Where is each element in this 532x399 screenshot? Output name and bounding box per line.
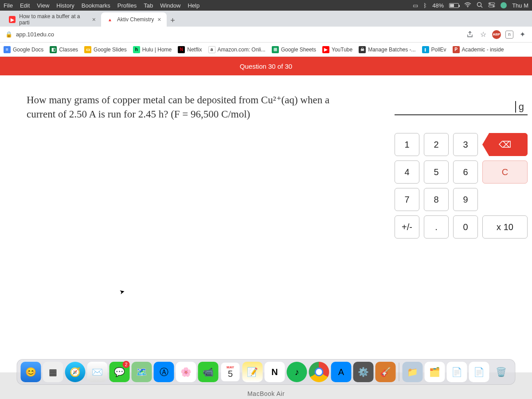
screen-mirror-icon[interactable]: ▭ <box>413 2 418 9</box>
key-6[interactable]: 6 <box>453 160 478 184</box>
youtube-favicon-icon: ▶ <box>9 16 16 23</box>
dock-notion[interactable]: N <box>265 362 285 382</box>
dock-finder[interactable]: 😊 <box>21 362 41 382</box>
bluetooth-icon[interactable]: ᛒ <box>423 2 427 9</box>
bookmark-google-slides[interactable]: ▭Google Slides <box>84 46 127 53</box>
bookmark-classes[interactable]: ◧Classes <box>50 46 78 53</box>
dock: 😊 ▦ 🧭 ✉️ 💬2 🗺️ Ⓐ 🌸 📹 MAY5 📝 N ♪ A ⚙️ 🎸 📁… <box>17 359 516 385</box>
dock-folder2[interactable]: 🗂️ <box>425 362 445 382</box>
dock-facetime[interactable]: 📹 <box>198 362 219 382</box>
question-area: How many grams of copper metal can be de… <box>0 75 395 372</box>
dock-appstore2[interactable]: A <box>331 362 352 382</box>
key-backspace[interactable]: ⌫ <box>482 133 528 156</box>
key-x10[interactable]: x 10 <box>482 215 528 239</box>
key-1[interactable]: 1 <box>395 133 419 156</box>
menu-help[interactable]: Help <box>188 2 200 9</box>
svg-line-2 <box>481 6 483 8</box>
key-3[interactable]: 3 <box>453 133 478 156</box>
bookmark-academic[interactable]: PAcademic - inside <box>453 46 504 53</box>
bookmark-google-sheets[interactable]: ⊞Google Sheets <box>272 46 316 53</box>
dock-folder1[interactable]: 📁 <box>403 362 423 382</box>
menu-view[interactable]: View <box>37 2 49 9</box>
url-text[interactable]: app.101edu.co <box>16 31 462 38</box>
key-2[interactable]: 2 <box>424 133 449 156</box>
address-bar: 🔒 app.101edu.co ☆ ABP n ✦ <box>0 27 532 43</box>
abp-icon[interactable]: ABP <box>492 30 501 39</box>
question-text: How many grams of copper metal can be de… <box>27 93 337 121</box>
menu-edit[interactable]: Edit <box>20 2 30 9</box>
question-counter: Question 30 of 30 <box>240 63 292 70</box>
menu-profiles[interactable]: Profiles <box>117 2 137 9</box>
answer-unit: g <box>519 101 524 113</box>
dock-maps[interactable]: 🗺️ <box>132 362 152 382</box>
close-icon[interactable]: × <box>157 16 161 23</box>
bookmark-pollev[interactable]: ⫿PollEv <box>422 46 446 53</box>
svg-point-6 <box>493 5 494 7</box>
battery-percent: 48% <box>432 2 444 9</box>
dock-notes[interactable]: 📝 <box>243 362 263 382</box>
close-icon[interactable]: × <box>92 16 96 23</box>
key-4[interactable]: 4 <box>395 160 419 184</box>
tab-aktiv[interactable]: ▲ Aktiv Chemistry × <box>101 12 167 27</box>
answer-input[interactable]: g <box>395 98 528 115</box>
dock-garageband[interactable]: 🎸 <box>376 362 396 382</box>
new-tab-button[interactable]: + <box>167 14 179 27</box>
laptop-label: MacBook Air <box>247 390 285 397</box>
bookmark-google-docs[interactable]: ≡Google Docs <box>4 46 43 53</box>
key-clear[interactable]: C <box>482 160 528 184</box>
main-content: How many grams of copper metal can be de… <box>0 75 532 372</box>
dock-safari[interactable]: 🧭 <box>65 362 86 382</box>
browser-tabstrip: ▶ How to make a buffer at a parti × ▲ Ak… <box>0 11 532 27</box>
dock-appstore[interactable]: Ⓐ <box>154 362 174 382</box>
dock-doc2[interactable]: 📄 <box>469 362 489 382</box>
menu-file[interactable]: File <box>4 2 13 9</box>
tab-title: Aktiv Chemistry <box>117 16 154 23</box>
user-icon[interactable] <box>501 2 507 8</box>
dock-trash[interactable]: 🗑️ <box>491 362 512 382</box>
wifi-icon[interactable] <box>464 2 471 9</box>
menu-history[interactable]: History <box>56 2 74 9</box>
dock-launchpad[interactable]: ▦ <box>43 362 63 382</box>
macos-menubar: File Edit View History Bookmarks Profile… <box>0 0 532 11</box>
bookmark-youtube[interactable]: ▶YouTube <box>322 46 352 53</box>
puzzle-icon[interactable]: ✦ <box>518 30 527 39</box>
badge: 2 <box>123 361 130 368</box>
bookmark-manage-batches[interactable]: ☠Manage Batches -... <box>359 46 415 53</box>
text-cursor-icon <box>515 101 516 113</box>
bookmark-netflix[interactable]: NNetflix <box>178 46 202 53</box>
dock-chrome[interactable] <box>309 362 329 382</box>
tab-title: How to make a buffer at a parti <box>19 13 89 26</box>
menu-tab[interactable]: Tab <box>144 2 153 9</box>
bookmark-amazon[interactable]: aAmazon.com: Onli... <box>208 46 266 53</box>
lock-icon[interactable]: 🔒 <box>5 31 12 38</box>
star-icon[interactable]: ☆ <box>479 30 488 39</box>
key-5[interactable]: 5 <box>424 160 449 184</box>
dock-calendar[interactable]: MAY5 <box>220 362 241 382</box>
key-plusminus[interactable]: +/- <box>395 215 419 239</box>
battery-icon[interactable] <box>449 3 459 8</box>
bookmarks-bar: ≡Google Docs ◧Classes ▭Google Slides hHu… <box>0 43 532 57</box>
menu-window[interactable]: Window <box>160 2 180 9</box>
search-icon[interactable] <box>477 2 483 9</box>
control-center-icon[interactable] <box>488 2 495 9</box>
share-icon[interactable] <box>466 30 474 39</box>
dock-mail[interactable]: ✉️ <box>87 362 108 382</box>
key-7[interactable]: 7 <box>395 188 419 211</box>
bookmark-hulu[interactable]: hHulu | Home <box>133 46 172 53</box>
extension-icon[interactable]: n <box>505 31 513 39</box>
key-0[interactable]: 0 <box>453 215 478 239</box>
key-dot[interactable]: . <box>424 215 449 239</box>
keypad-panel: g 1 2 3 ⌫ 4 5 6 C 7 8 9 +/- . 0 x 10 <box>395 75 532 372</box>
dock-settings[interactable]: ⚙️ <box>353 362 374 382</box>
key-9[interactable]: 9 <box>453 188 478 211</box>
dock-spotify[interactable]: ♪ <box>287 362 307 382</box>
dock-photos[interactable]: 🌸 <box>176 362 196 382</box>
dock-doc1[interactable]: 📄 <box>447 362 467 382</box>
tab-buffer[interactable]: ▶ How to make a buffer at a parti × <box>4 12 101 27</box>
svg-point-0 <box>467 6 468 7</box>
svg-point-1 <box>477 2 481 6</box>
dock-messages[interactable]: 💬2 <box>110 362 130 382</box>
key-8[interactable]: 8 <box>424 188 449 211</box>
dock-separator <box>399 363 399 381</box>
menu-bookmarks[interactable]: Bookmarks <box>82 2 110 9</box>
